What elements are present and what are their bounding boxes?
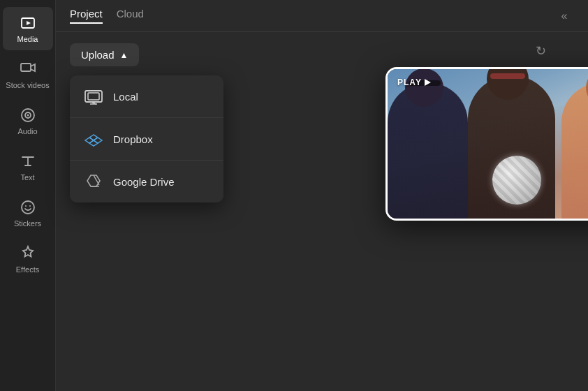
dropdown-item-local-label: Local [113, 91, 138, 103]
dropdown-item-dropbox-label: Dropbox [113, 133, 153, 145]
dropdown-item-google-drive-label: Google Drive [113, 176, 175, 188]
sidebar-item-stickers-label: Stickers [14, 219, 41, 228]
upload-button[interactable]: Upload ▲ [70, 43, 139, 66]
sidebar-item-stickers[interactable]: Stickers [3, 191, 53, 235]
chevron-up-icon: ▲ [120, 50, 128, 60]
main-content: Project Cloud « Upload ▲ ↻ [56, 0, 588, 391]
local-icon [84, 87, 103, 106]
svg-rect-2 [21, 64, 31, 71]
dropdown-item-google-drive[interactable]: Google Drive [70, 161, 223, 202]
dropdown-item-dropbox[interactable]: Dropbox [70, 118, 223, 161]
sidebar-item-stock-videos[interactable]: Stock videos [3, 53, 53, 96]
svg-point-5 [27, 115, 29, 117]
panel-content: Upload ▲ ↻ Local [56, 32, 588, 391]
sidebar-item-media-label: Media [17, 35, 38, 43]
tab-cloud[interactable]: Cloud [117, 8, 144, 24]
dropdown-item-local[interactable]: Local [70, 75, 223, 118]
play-label: PLAY [397, 78, 422, 87]
svg-point-6 [22, 201, 34, 214]
sidebar-item-text-label: Text [20, 173, 34, 182]
tabs-bar: Project Cloud « [56, 0, 588, 32]
dropbox-icon [84, 129, 103, 149]
sidebar-item-effects-label: Effects [16, 265, 39, 274]
refresh-button[interactable]: ↻ [536, 43, 546, 59]
tab-project[interactable]: Project [70, 8, 103, 24]
svg-marker-1 [27, 21, 31, 25]
tabs-right: « [554, 6, 574, 26]
sidebar-item-effects[interactable]: Effects [3, 237, 53, 281]
text-icon [19, 152, 37, 170]
video-card[interactable]: PLAY 4K HD [385, 67, 588, 221]
stickers-icon [19, 198, 37, 216]
google-drive-icon [84, 172, 103, 191]
sidebar-item-audio-label: Audio [17, 127, 37, 135]
sidebar-item-audio[interactable]: Audio [3, 99, 53, 142]
effects-icon [19, 244, 37, 263]
svg-point-7 [25, 205, 27, 207]
sidebar: Media Stock videos Audio Text [0, 0, 56, 391]
sidebar-item-text[interactable]: Text [3, 145, 53, 189]
svg-rect-10 [88, 93, 99, 100]
sidebar-item-stock-videos-label: Stock videos [6, 81, 49, 89]
collapse-button[interactable]: « [554, 6, 574, 26]
stock-videos-icon [19, 60, 37, 78]
upload-dropdown: Local Dropbox [70, 75, 223, 202]
svg-point-8 [29, 205, 31, 207]
play-triangle-icon [425, 79, 431, 86]
media-icon [19, 14, 37, 32]
audio-icon [19, 106, 37, 124]
upload-button-label: Upload [81, 49, 115, 61]
video-thumbnail: PLAY 4K HD [388, 69, 588, 219]
tabs-left: Project Cloud [70, 8, 144, 24]
play-badge[interactable]: PLAY [397, 78, 431, 87]
sidebar-item-media[interactable]: Media [3, 7, 53, 50]
